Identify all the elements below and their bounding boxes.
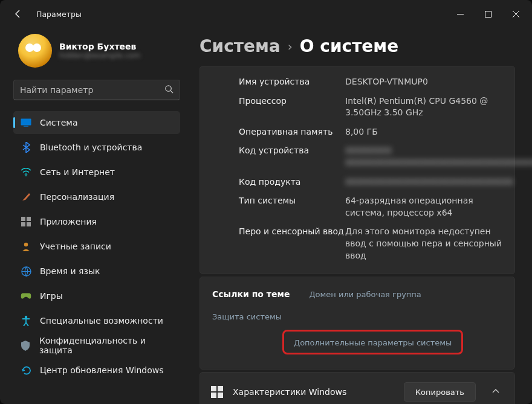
link-system-protection[interactable]: Защита системы [212, 312, 282, 321]
spec-value: XXXXXXXXXXXXXXXXXXXXXXXXXXXXX [345, 176, 513, 188]
svg-rect-5 [21, 217, 25, 221]
svg-point-11 [25, 316, 27, 318]
spec-value: 64-разрядная операционная система, проце… [345, 195, 502, 219]
window-title: Параметры [36, 10, 82, 19]
display-icon [21, 117, 31, 128]
maximize-icon [485, 11, 491, 18]
nav-label: Персонализация [40, 192, 114, 202]
person-icon [21, 241, 31, 252]
link-domain-workgroup[interactable]: Домен или рабочая группа [309, 290, 421, 299]
windows-specs-title: Характеристики Windows [233, 387, 394, 397]
sidebar: Виктор Бухтеев hidden@example.com Систем… [0, 28, 187, 404]
related-links-card: Ссылки по теме Домен или рабочая группа … [199, 277, 515, 370]
settings-window: Параметры Виктор Бухтеев hidden@example.… [0, 0, 532, 404]
nav-personalization[interactable]: Персонализация [13, 185, 180, 208]
nav-label: Специальные возможности [40, 316, 163, 325]
nav-windows-update[interactable]: Центр обновления Windows [13, 359, 180, 382]
windows-specs-card: Характеристики Windows Копировать Выпуск… [199, 372, 515, 404]
related-links-heading: Ссылки по теме [212, 289, 290, 299]
link-advanced-system-settings[interactable]: Дополнительные параметры системы [294, 338, 452, 347]
svg-point-4 [25, 175, 27, 176]
spec-row-device-name: Имя устройства DESKTOP-VTNMUP0 [239, 72, 502, 92]
nav-privacy[interactable]: Конфиденциальность и защита [13, 334, 180, 357]
svg-rect-7 [21, 222, 25, 226]
wifi-icon [21, 167, 31, 178]
close-icon [513, 11, 519, 18]
close-button[interactable] [502, 2, 530, 25]
gamepad-icon [21, 290, 31, 301]
profile-block[interactable]: Виктор Бухтеев hidden@example.com [13, 34, 180, 68]
accessibility-icon [21, 315, 31, 326]
user-name: Виктор Бухтеев [59, 42, 140, 51]
nav-label: Игры [40, 291, 63, 301]
shield-icon [21, 340, 31, 351]
nav-label: Центр обновления Windows [40, 365, 163, 375]
svg-rect-0 [485, 11, 491, 17]
nav-system[interactable]: Система [13, 111, 180, 134]
bluetooth-icon [21, 142, 31, 153]
svg-rect-8 [27, 222, 31, 226]
minimize-icon [457, 11, 464, 18]
chevron-up-icon[interactable] [485, 386, 506, 398]
nav-label: Приложения [40, 217, 97, 226]
spec-value: XXXXXXXX XXXXXXXXXXXXXXXXXXXXXXXXXXXXXXX… [345, 145, 532, 168]
brush-icon [21, 191, 31, 202]
main-content: Система › О системе Имя устройства DESKT… [187, 28, 532, 404]
spec-label: Тип системы [239, 195, 345, 219]
spec-row-device-id: Код устройства XXXXXXXX XXXXXXXXXXXXXXXX… [239, 141, 502, 172]
nav-label: Bluetooth и устройства [40, 143, 142, 152]
svg-point-1 [166, 85, 171, 91]
copy-button[interactable]: Копировать [404, 382, 476, 402]
nav-label: Система [40, 118, 77, 127]
spec-value: DESKTOP-VTNMUP0 [345, 76, 502, 88]
spec-row-ram: Оперативная память 8,00 ГБ [239, 123, 502, 142]
spec-row-pen-touch: Перо и сенсорный ввод Для этого монитора… [239, 222, 502, 265]
chevron-right-icon: › [288, 39, 293, 54]
nav-label: Сеть и Интернет [40, 167, 115, 177]
nav-label: Учетные записи [40, 242, 111, 251]
minimize-button[interactable] [446, 2, 474, 25]
nav-label: Конфиденциальность и защита [39, 336, 173, 355]
spec-row-cpu: Процессор Intel(R) Pentium(R) CPU G4560 … [239, 92, 502, 123]
nav-list: Система Bluetooth и устройства Сеть и Ин… [13, 111, 180, 404]
device-specs-card: Имя устройства DESKTOP-VTNMUP0 Процессор… [199, 66, 515, 274]
nav-bluetooth[interactable]: Bluetooth и устройства [13, 136, 180, 159]
spec-value: Для этого монитора недоступен ввод с пом… [345, 226, 502, 261]
search-icon [164, 85, 174, 96]
svg-rect-2 [21, 119, 31, 126]
windows-specs-header[interactable]: Характеристики Windows Копировать [200, 373, 514, 404]
svg-rect-3 [24, 126, 28, 127]
spec-row-product-id: Код продукта XXXXXXXXXXXXXXXXXXXXXXXXXXX… [239, 173, 502, 192]
svg-point-9 [24, 243, 28, 246]
nav-games[interactable]: Игры [13, 284, 180, 307]
nav-accounts[interactable]: Учетные записи [13, 235, 180, 258]
globe-icon [21, 266, 31, 277]
spec-label: Перо и сенсорный ввод [239, 226, 345, 261]
titlebar: Параметры [0, 0, 532, 28]
highlight-advanced-settings: Дополнительные параметры системы [282, 330, 463, 354]
back-button[interactable] [10, 5, 27, 22]
apps-icon [21, 216, 31, 227]
nav-time-language[interactable]: Время и язык [13, 260, 180, 283]
update-icon [21, 365, 31, 376]
spec-value: 8,00 ГБ [345, 126, 502, 138]
nav-accessibility[interactable]: Специальные возможности [13, 309, 180, 332]
breadcrumb-parent[interactable]: Система [199, 36, 281, 56]
arrow-left-icon [13, 9, 23, 19]
breadcrumb: Система › О системе [199, 36, 515, 56]
nav-network[interactable]: Сеть и Интернет [13, 161, 180, 184]
spec-row-system-type: Тип системы 64-разрядная операционная си… [239, 191, 502, 222]
nav-label: Время и язык [40, 266, 100, 276]
windows-logo-icon [211, 386, 223, 398]
svg-rect-6 [27, 217, 31, 221]
spec-label: Имя устройства [239, 76, 345, 88]
search-input[interactable] [20, 85, 164, 95]
maximize-button[interactable] [474, 2, 502, 25]
spec-label: Код устройства [239, 145, 345, 168]
page-title: О системе [300, 36, 398, 56]
spec-value: Intel(R) Pentium(R) CPU G4560 @ 3.50GHz … [345, 95, 502, 119]
user-email: hidden@example.com [59, 51, 140, 60]
avatar [18, 34, 52, 68]
nav-apps[interactable]: Приложения [13, 210, 180, 233]
search-box[interactable] [13, 80, 180, 100]
